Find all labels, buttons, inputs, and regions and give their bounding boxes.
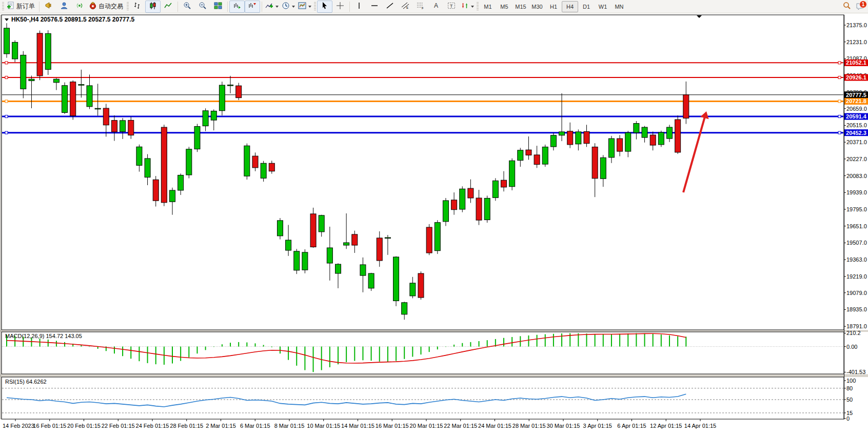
candle xyxy=(344,243,349,245)
signal-button[interactable] xyxy=(72,1,87,13)
candle xyxy=(327,248,332,263)
market-watch-button[interactable] xyxy=(41,1,56,13)
candle xyxy=(426,227,432,253)
hline-handle[interactable] xyxy=(838,76,841,79)
candle xyxy=(385,238,390,239)
candle xyxy=(336,264,341,273)
periods-button[interactable] xyxy=(280,1,297,13)
candle xyxy=(484,198,490,220)
price-tick-label: 20371.0 xyxy=(846,139,867,145)
templates-icon xyxy=(298,2,306,12)
bar-chart-button[interactable] xyxy=(130,1,145,13)
candle xyxy=(550,135,556,147)
chevron-down-icon xyxy=(275,6,279,8)
hline-handle[interactable] xyxy=(5,62,8,64)
hline-handle[interactable] xyxy=(5,76,8,79)
macd-pane[interactable] xyxy=(2,332,844,374)
chevron-down-icon xyxy=(292,6,295,8)
candle xyxy=(87,86,92,107)
price-badge-label: 21052.1 xyxy=(846,60,866,66)
hline-handle[interactable] xyxy=(838,131,841,134)
toolbar-grip[interactable] xyxy=(2,2,4,11)
zoom-in-button[interactable] xyxy=(180,1,195,13)
hline-handle[interactable] xyxy=(838,62,841,64)
vertical-line-button[interactable] xyxy=(351,1,367,13)
profile-button[interactable] xyxy=(56,1,72,13)
auto-trading-icon xyxy=(89,2,97,12)
candle xyxy=(518,150,523,161)
hline-handle[interactable] xyxy=(5,131,8,134)
auto-scroll-button[interactable] xyxy=(229,1,245,13)
timeframe-button-h1[interactable]: H1 xyxy=(545,1,562,12)
candle xyxy=(608,139,614,157)
tile-windows-button[interactable] xyxy=(210,1,226,13)
candle xyxy=(194,126,200,149)
auto-trading-button[interactable]: 自动交易 xyxy=(87,1,126,13)
time-tick-label: 14 Apr 01:15 xyxy=(684,423,716,429)
timeframe-button-m1[interactable]: M1 xyxy=(480,1,496,12)
time-tick-label: 6 Apr 01:15 xyxy=(617,423,646,429)
toolbar-grip[interactable] xyxy=(314,2,316,11)
time-tick-label: 24 Mar 01:15 xyxy=(478,423,511,429)
price-tick-label: 21231.0 xyxy=(846,39,867,45)
time-tick-label: 14 Feb 2023 xyxy=(3,423,34,429)
time-tick-label: 20 Mar 01:15 xyxy=(410,423,443,429)
hline-handle[interactable] xyxy=(838,100,841,103)
candle xyxy=(236,86,242,97)
candle xyxy=(244,146,250,176)
cursor-button[interactable] xyxy=(317,1,332,13)
time-tick-label: 14 Mar 01:15 xyxy=(341,423,374,429)
chart-shift-button[interactable] xyxy=(245,1,260,13)
candlestick-chart-button[interactable] xyxy=(145,1,161,13)
auto-scroll-icon xyxy=(233,2,241,12)
timeframe-button-h4[interactable]: H4 xyxy=(562,1,578,12)
candle xyxy=(95,108,101,109)
svg-text:E: E xyxy=(406,6,408,9)
channel-button[interactable]: E xyxy=(398,1,413,13)
indicators-button[interactable] xyxy=(264,1,280,13)
timeframe-button-m30[interactable]: M30 xyxy=(529,1,545,12)
timeframe-button-mn[interactable]: MN xyxy=(611,1,627,12)
signal-icon xyxy=(75,2,84,12)
hline-handle[interactable] xyxy=(5,115,8,118)
rsi-tick-label: 50 xyxy=(846,397,853,403)
line-chart-button[interactable] xyxy=(161,1,176,13)
candle xyxy=(45,33,51,69)
arrows-button[interactable] xyxy=(459,1,476,13)
candle xyxy=(37,33,43,76)
zoom-out-button[interactable] xyxy=(195,1,210,13)
horizontal-line-button[interactable] xyxy=(367,1,382,13)
hline-handle[interactable] xyxy=(5,100,8,103)
candle xyxy=(443,201,448,222)
chat-button[interactable]: 1 xyxy=(855,1,866,12)
new-order-icon xyxy=(7,2,15,12)
time-tick-label: 6 Mar 01:15 xyxy=(240,423,270,429)
search-icon[interactable] xyxy=(842,1,852,12)
time-tick-label: 10 Mar 01:15 xyxy=(307,423,340,429)
macd-tick-label: 210.2 xyxy=(846,330,861,336)
trendline-button[interactable] xyxy=(382,1,398,13)
macd-label: MACD(12,26,9) 154.72 143.05 xyxy=(5,333,82,339)
hline-handle[interactable] xyxy=(838,115,841,118)
text-label-icon: T xyxy=(447,2,456,12)
templates-button[interactable] xyxy=(297,1,313,13)
chart-shift-icon xyxy=(248,2,257,12)
toolbar-grip[interactable] xyxy=(477,2,479,11)
timeframe-group: M1M5M15M30H1H4D1W1MN xyxy=(480,1,627,12)
timeframe-button-m15[interactable]: M15 xyxy=(512,1,529,12)
new-order-button[interactable]: 新订单 xyxy=(5,1,37,13)
fibonacci-button[interactable]: F xyxy=(413,1,428,13)
timeframe-button-m5[interactable]: M5 xyxy=(496,1,512,12)
crosshair-icon xyxy=(336,2,344,12)
candle xyxy=(286,240,291,250)
text-label-button[interactable]: T xyxy=(444,1,459,13)
price-tick-label: 20659.0 xyxy=(846,106,867,112)
candle xyxy=(501,180,507,187)
chart-title: HK50-,H4 20576.5 20891.5 20527.5 20777.5 xyxy=(11,16,135,23)
toolbar-grip[interactable] xyxy=(127,2,129,11)
timeframe-button-d1[interactable]: D1 xyxy=(578,1,595,12)
text-button[interactable]: A xyxy=(428,1,444,13)
timeframe-button-w1[interactable]: W1 xyxy=(595,1,611,12)
chart-canvas[interactable]: 21375.021231.021087.020943.020799.020659… xyxy=(0,13,868,435)
crosshair-button[interactable] xyxy=(332,1,348,13)
